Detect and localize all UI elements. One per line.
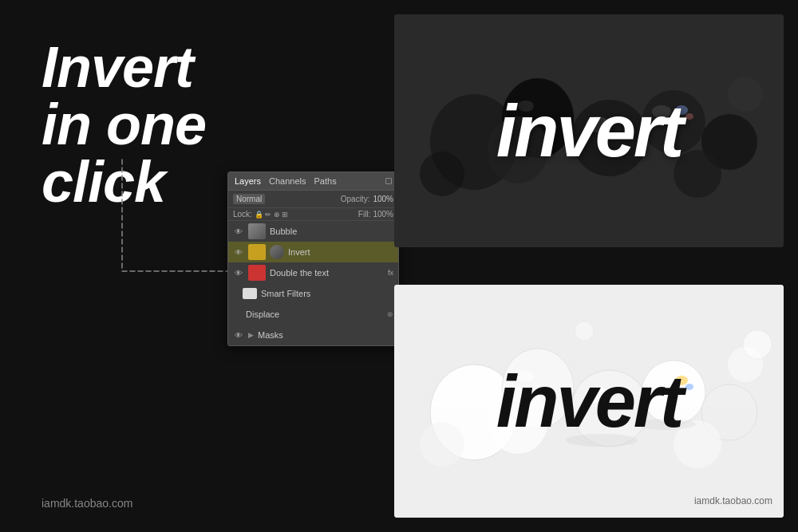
- ps-panel-menu-icon[interactable]: [385, 178, 392, 184]
- ps-layer-displace[interactable]: Displace ⊕: [228, 304, 398, 325]
- ps-thumb-invert-mask: [270, 245, 284, 259]
- ps-eye-double[interactable]: 👁: [233, 267, 244, 278]
- bottom-watermark: iamdk.taobao.com: [694, 495, 772, 506]
- dashed-connector: [118, 156, 246, 291]
- ps-layer-name-bubble: Bubble: [270, 227, 393, 236]
- ps-tab-channels[interactable]: Channels: [269, 176, 306, 186]
- ps-thumb-smart-filters: [243, 288, 257, 299]
- ps-eye-masks[interactable]: 👁: [233, 329, 244, 341]
- ps-layer-double-text[interactable]: 👁 Double the text fx: [228, 262, 398, 283]
- title-line2: in one: [41, 96, 206, 153]
- title-line1: Invert: [41, 38, 206, 96]
- ps-layer-masks[interactable]: 👁 ▶ Masks: [228, 325, 398, 345]
- ps-panel-header: Layers Channels Paths: [228, 172, 398, 191]
- ps-layer-name-invert: Invert: [288, 247, 393, 257]
- ps-thumb-invert-yellow: [248, 244, 266, 260]
- svg-point-14: [685, 113, 693, 120]
- preview-bottom-text: invert: [496, 360, 682, 443]
- svg-point-8: [728, 77, 763, 112]
- preview-top-text: invert: [496, 89, 682, 173]
- svg-point-33: [743, 330, 772, 359]
- ps-layer-name-double: Double the text: [270, 268, 384, 278]
- ps-arrow-masks[interactable]: ▶: [248, 331, 254, 339]
- ps-layer-name-displace: Displace: [246, 309, 383, 319]
- ps-blend-mode-selector[interactable]: Normal: [233, 194, 265, 204]
- ps-eye-bubble[interactable]: 👁: [233, 226, 244, 237]
- svg-point-28: [685, 384, 693, 390]
- ps-displace-fx: ⊕: [387, 310, 393, 318]
- ps-tab-layers[interactable]: Layers: [235, 176, 261, 186]
- ps-layer-fx-double: fx: [388, 269, 393, 277]
- left-section: Invert in one click Layers Channels Path…: [0, 0, 367, 532]
- svg-point-22: [420, 422, 464, 467]
- ps-lock-row: Lock: 🔒 ✏ ⊕ ⊞ Fill: 100%: [228, 208, 398, 221]
- ps-layer-invert[interactable]: 👁 Invert: [228, 242, 398, 262]
- svg-point-32: [575, 321, 594, 341]
- preview-bottom: invert iamdk.taobao.com: [394, 285, 784, 518]
- ps-layers-panel: Layers Channels Paths Normal Opacity: 10…: [227, 171, 399, 346]
- ps-fill-label: Fill:: [358, 210, 371, 219]
- ps-opacity-value[interactable]: 100%: [373, 195, 393, 203]
- ps-panel-icons: [385, 178, 392, 184]
- footer-url: iamdk.taobao.com: [41, 497, 132, 510]
- ps-tab-paths[interactable]: Paths: [314, 176, 337, 186]
- ps-opacity-label: Opacity:: [341, 195, 370, 203]
- ps-layer-bubble[interactable]: 👁 Bubble: [228, 221, 398, 242]
- ps-thumb-bubble: [248, 223, 266, 239]
- ps-lock-icons: 🔒 ✏ ⊕ ⊞: [255, 211, 289, 219]
- ps-layer-smart-filters[interactable]: Smart Filters: [228, 283, 398, 304]
- svg-point-7: [420, 152, 464, 196]
- ps-layer-name-smart-filters: Smart Filters: [261, 289, 393, 298]
- ps-layer-name-masks: Masks: [258, 330, 393, 340]
- ps-lock-label: Lock:: [233, 210, 252, 219]
- ps-fill-value[interactable]: 100%: [373, 210, 393, 219]
- ps-blend-toolbar: Normal Opacity: 100%: [228, 191, 398, 208]
- preview-top: invert: [394, 14, 784, 247]
- ps-thumb-red: [248, 265, 266, 281]
- ps-eye-invert[interactable]: 👁: [233, 246, 244, 258]
